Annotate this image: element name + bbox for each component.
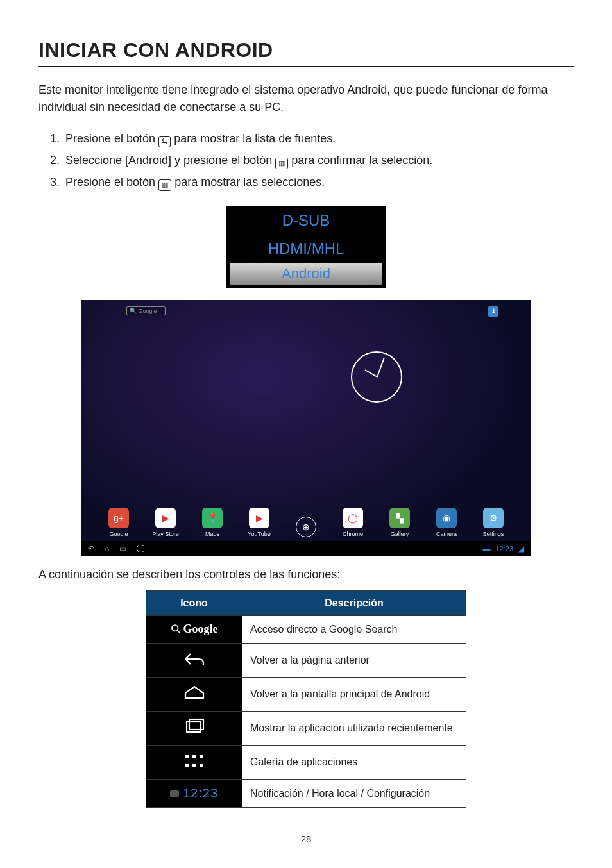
step-text: para confirmar la selección.: [291, 154, 432, 167]
step-text: para mostrar las selecciones.: [174, 176, 325, 188]
source-menu: D-SUB HDMI/MHL Android: [226, 206, 386, 288]
home-icon[interactable]: ⌂: [105, 544, 109, 553]
app-dock: g+Google▶Play Store📍Maps▶YouTube⊕◯Chrome…: [101, 508, 511, 537]
description-cell: Mostrar la aplicación utilizada reciente…: [242, 712, 466, 746]
icon-cell: 12:23: [146, 780, 242, 808]
table-row: Volver a la pantalla principal de Androi…: [146, 678, 466, 712]
step-1: Presione el botón ⇆ para mostrar la list…: [63, 128, 574, 149]
step-2: Seleccione [Android] y presione el botón…: [63, 149, 574, 171]
voice-search-icon[interactable]: ⬇: [488, 306, 498, 317]
step-text: Seleccione [Android] y presione el botón: [65, 154, 275, 167]
icon-cell: [146, 678, 242, 712]
svg-point-0: [172, 625, 178, 631]
android-home-screenshot: 🔍 Google ⬇ g+Google▶Play Store📍Maps▶YouT…: [81, 300, 531, 556]
play-store-icon[interactable]: ▶: [155, 508, 176, 528]
table-header-desc: Descripción: [242, 590, 466, 615]
wifi-icon: ◢: [518, 544, 524, 553]
svg-line-1: [177, 630, 180, 633]
google-plus-icon[interactable]: g+Google: [101, 508, 137, 537]
notification-icon: [170, 790, 179, 797]
menu-button-icon: ▥: [275, 158, 288, 169]
icon-description-table: Icono Descripción GoogleAcceso directo a…: [146, 590, 466, 808]
table-row: Volver a la página anterior: [146, 644, 466, 678]
google-plus-icon[interactable]: g+: [108, 508, 129, 528]
settings-icon[interactable]: ⚙Settings: [475, 508, 511, 537]
svg-rect-5: [192, 755, 196, 758]
description-cell: Notificación / Hora local / Configuració…: [242, 780, 466, 808]
apps-icon[interactable]: ⊕: [296, 517, 316, 537]
table-row: Galería de aplicaciones: [146, 746, 466, 780]
dock-label: Play Store: [152, 531, 179, 537]
svg-rect-8: [192, 764, 196, 767]
description-cell: Volver a la página anterior: [242, 644, 466, 678]
search-placeholder: Google: [139, 308, 157, 314]
icon-cell: [146, 746, 242, 780]
icon-cell: [146, 712, 242, 746]
table-row: 12:23Notificación / Hora local / Configu…: [146, 780, 466, 808]
status-time[interactable]: 12:23: [495, 545, 513, 553]
time-display: 12:23: [183, 786, 218, 800]
camera-icon[interactable]: ◉Camera: [429, 508, 464, 537]
menu-button-icon: ▥: [158, 179, 171, 191]
intro-text: Este monitor inteligente tiene integrado…: [38, 81, 574, 116]
icon-cell: Google: [146, 615, 242, 644]
back-icon[interactable]: ↶: [88, 544, 94, 553]
google-search-icon: Google: [171, 622, 218, 636]
clock-widget[interactable]: [351, 351, 402, 403]
step-text: Presione el botón: [65, 132, 158, 145]
source-item-dsub[interactable]: D-SUB: [226, 206, 386, 235]
recent-apps-icon: [182, 718, 207, 736]
search-input[interactable]: 🔍 Google: [126, 306, 166, 315]
youtube-icon[interactable]: ▶YouTube: [241, 508, 277, 537]
recent-icon[interactable]: ▭: [119, 544, 126, 553]
svg-rect-9: [200, 764, 203, 767]
description-cell: Galería de aplicaciones: [242, 746, 466, 780]
gallery-icon[interactable]: ▚Gallery: [382, 508, 418, 537]
dock-label: Maps: [205, 531, 219, 537]
svg-rect-7: [185, 764, 189, 767]
svg-rect-6: [200, 755, 203, 758]
dock-label: Settings: [483, 531, 504, 537]
home-icon: [182, 684, 207, 702]
apps-icon[interactable]: ⊕: [288, 517, 324, 537]
svg-rect-4: [185, 755, 189, 758]
gallery-icon[interactable]: ▚: [389, 508, 410, 528]
maps-icon[interactable]: 📍: [202, 508, 223, 528]
camera-icon[interactable]: ◉: [436, 508, 457, 528]
apps-grid-icon: [182, 752, 207, 770]
battery-icon: ▬: [482, 544, 490, 553]
source-item-hdmi[interactable]: HDMI/MHL: [226, 235, 386, 263]
dock-label: Chrome: [343, 531, 363, 537]
dock-label: Camera: [436, 531, 457, 537]
chrome-icon[interactable]: ◯: [343, 508, 363, 528]
source-button-icon: ⇆: [158, 136, 171, 147]
dock-label: Gallery: [391, 531, 409, 537]
step-text: para mostrar la lista de fuentes.: [174, 132, 336, 145]
table-row: GoogleAcceso directo a Google Search: [146, 615, 466, 644]
dock-label: YouTube: [248, 531, 270, 537]
chrome-icon[interactable]: ◯Chrome: [335, 508, 371, 537]
icon-cell: [146, 644, 242, 678]
dock-label: Google: [109, 531, 128, 537]
page-title: INICIAR CON ANDROID: [38, 38, 574, 67]
back-icon: [182, 650, 207, 668]
table-caption: A continuación se describen los controle…: [38, 568, 574, 581]
settings-icon[interactable]: ⚙: [483, 508, 504, 528]
table-row: Mostrar la aplicación utilizada reciente…: [146, 712, 466, 746]
description-cell: Volver a la pantalla principal de Androi…: [242, 678, 466, 712]
screenshot-icon[interactable]: ⛶: [137, 544, 144, 553]
steps-list: Presione el botón ⇆ para mostrar la list…: [38, 128, 574, 194]
description-cell: Acceso directo a Google Search: [242, 615, 466, 644]
play-store-icon[interactable]: ▶Play Store: [148, 508, 183, 537]
maps-icon[interactable]: 📍Maps: [194, 508, 230, 537]
step-text: Presione el botón: [65, 176, 158, 188]
page-number: 28: [38, 833, 574, 844]
youtube-icon[interactable]: ▶: [249, 508, 269, 528]
source-item-android[interactable]: Android: [230, 263, 382, 285]
navigation-bar: ↶ ⌂ ▭ ⛶ ▬ 12:23 ◢: [81, 541, 531, 556]
step-3: Presione el botón ▥ para mostrar las sel…: [63, 171, 574, 193]
table-header-icon: Icono: [146, 590, 242, 615]
